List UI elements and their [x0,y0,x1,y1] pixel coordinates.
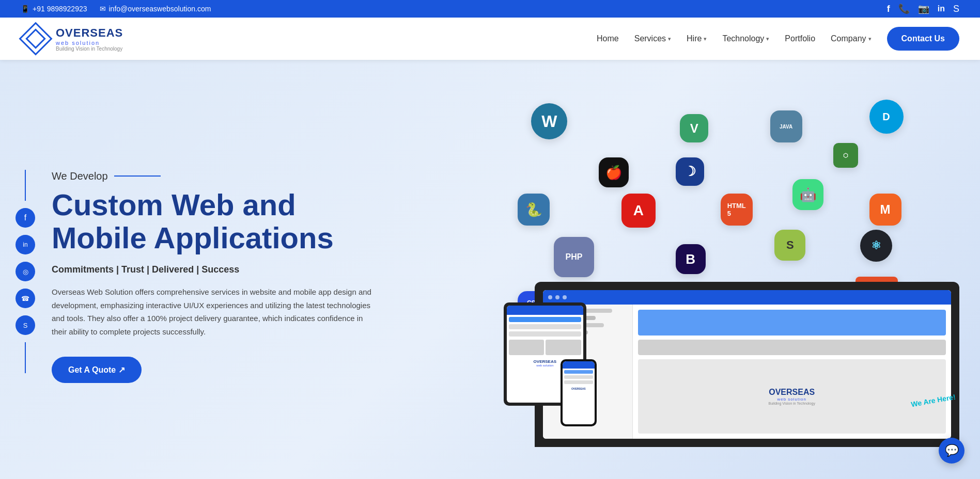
phone-bar-2 [564,375,593,379]
social-bar-bottom-line [25,342,26,373]
skype-social-link[interactable]: S [15,315,35,335]
logo-subtitle: web solution [56,40,123,46]
nav-hire[interactable]: Hire ▾ [687,34,707,43]
angular-icon: A [621,194,656,228]
apple-icon: 🍎 [599,157,629,187]
chat-bubble-button[interactable]: 💬 [939,438,965,464]
whatsapp-social-link[interactable]: ☎ [15,289,35,308]
main-bar-2 [638,340,946,355]
skype-topbar-link[interactable]: S [953,4,959,14]
verdant-icon: V [680,114,708,142]
curl-icon: ☽ [676,157,704,186]
hero-section: f in ◎ ☎ S We Develop Custom Web and Mob… [0,60,980,479]
email-link[interactable]: ✉ info@overseaswebsolution.com [100,5,211,13]
company-chevron-icon: ▾ [868,36,872,42]
java-icon: JAVA [770,110,802,142]
facebook-social-link[interactable]: f [15,208,35,228]
facebook-topbar-link[interactable]: f [887,4,890,14]
we-are-here-text: We Are Here! [911,392,957,409]
laptop-logo-tag: Building Vision in Technology [769,402,815,405]
hero-title: Custom Web and Mobile Applications [52,188,509,254]
laptop-screen-header [543,290,951,305]
laptop-logo-title: OVERSEAS [769,388,815,397]
logo[interactable]: OVERSEAS web solution Building Vision in… [21,24,123,54]
hero-description: Overseas Web Solution offers comprehensi… [52,285,372,338]
top-bar-left: 📱 +91 9898922923 ✉ info@overseaswebsolut… [21,5,211,13]
magento-icon: M [869,194,901,226]
instagram-topbar-link[interactable]: 📷 [918,3,929,14]
tablet-bar-3 [509,331,581,337]
hero-title-line1: Custom Web and [52,188,296,221]
android-icon: 🤖 [792,179,823,210]
tablet-screen-header [507,306,583,315]
top-bar-social: f 📞 📷 in S [887,3,959,14]
tablet-bar-1 [509,317,581,322]
phone-icon: 📱 [21,5,29,13]
laptop-logo-sub: web solution [769,397,815,402]
phone-bar-1 [564,370,593,374]
screen-dot-2 [555,295,559,299]
technology-chevron-icon: ▾ [766,36,769,42]
wordpress-icon: W [531,103,567,139]
hero-social-bar: f in ◎ ☎ S [15,170,35,373]
main-hero-bar [638,310,946,336]
main-cards-row: OVERSEAS web solution Building Vision in… [638,359,946,434]
chat-icon: 💬 [945,444,959,457]
nav-technology[interactable]: Technology ▾ [722,34,769,43]
email-icon: ✉ [100,5,106,13]
linkedin-topbar-link[interactable]: in [938,4,945,13]
phone-number: +91 9898922923 [33,5,87,13]
linkedin-social-link[interactable]: in [15,235,35,254]
nav-portfolio[interactable]: Portfolio [785,34,815,43]
hero-tagline: Commitments | Trust | Delivered | Succes… [52,264,509,275]
phone-screen-header [563,361,595,369]
email-address: info@overseaswebsolution.com [109,5,211,13]
node-icon: ⬡ [833,143,858,168]
laptop-screen: OVERSEAS web solution Building Vision in… [543,290,951,439]
drupal-icon: D [869,100,904,134]
contact-us-button[interactable]: Contact Us [887,27,959,51]
get-quote-button[interactable]: Get A Quote ↗ [52,357,142,383]
logo-text: OVERSEAS web solution Building Vision in… [56,26,123,52]
hero-content: We Develop Custom Web and Mobile Applica… [21,170,509,384]
hero-title-line2: Mobile Applications [52,221,334,254]
python-icon: 🐍 [518,194,550,226]
device-mockup-area: OVERSEAS web solution Building Vision in… [509,251,959,447]
phone-bar-3 [564,380,593,384]
hero-subtitle: We Develop [52,170,108,182]
main-nav: Home Services ▾ Hire ▾ Technology ▾ Port… [597,27,959,51]
screen-dot-3 [563,295,567,299]
hero-visual: W V JAVA D ⬡ 🍎 ☽ 🐍 A [509,96,959,457]
nav-home[interactable]: Home [597,34,619,43]
tablet-card-row [509,340,581,355]
nav-hire-label: Hire [687,34,702,43]
nav-technology-label: Technology [722,34,764,43]
phone-mockup: OVERSEAS [561,359,597,426]
top-bar: 📱 +91 9898922923 ✉ info@overseaswebsolut… [0,0,980,18]
phone-screen: OVERSEAS [563,361,595,424]
hero-subtitle-row: We Develop [52,170,509,182]
tablet-bar-2 [509,324,581,329]
nav-services[interactable]: Services ▾ [634,34,671,43]
tablet-card-1 [509,340,545,355]
header: OVERSEAS web solution Building Vision in… [0,18,980,60]
laptop-screen-body: OVERSEAS web solution Building Vision in… [543,305,951,439]
logo-tagline: Building Vision in Technology [56,46,123,52]
phone-logo: OVERSEAS [564,387,593,390]
social-bar-top-line [25,170,26,201]
nav-company[interactable]: Company ▾ [831,34,871,43]
whatsapp-topbar-link[interactable]: 📞 [898,3,910,14]
nav-company-label: Company [831,34,866,43]
phone-screen-body: OVERSEAS [563,369,595,392]
nav-services-label: Services [634,34,666,43]
hero-subtitle-line [114,175,161,177]
nav-portfolio-label: Portfolio [785,34,815,43]
laptop-mockup: OVERSEAS web solution Building Vision in… [535,282,959,447]
hire-chevron-icon: ▾ [704,36,707,42]
nav-home-label: Home [597,34,619,43]
instagram-social-link[interactable]: ◎ [15,262,35,281]
laptop-screen-main: OVERSEAS web solution Building Vision in… [633,305,951,439]
main-card-1: OVERSEAS web solution Building Vision in… [638,359,946,434]
tablet-card-2 [546,340,581,355]
phone-link[interactable]: 📱 +91 9898922923 [21,5,87,13]
